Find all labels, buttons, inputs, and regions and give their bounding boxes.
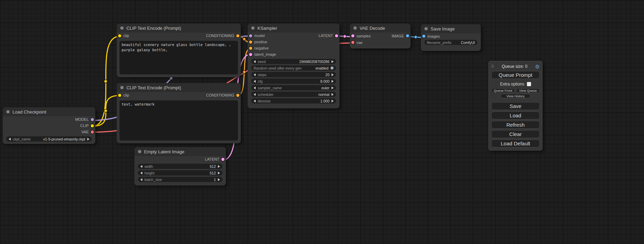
toggle-dot-icon[interactable] [330, 66, 334, 70]
increment-arrow-icon[interactable] [218, 178, 220, 181]
collapse-dot-icon[interactable] [138, 150, 141, 153]
refresh-button[interactable]: Refresh [491, 121, 540, 129]
decrement-arrow-icon[interactable] [140, 172, 142, 174]
output-slot-conditioning[interactable]: CONDITIONING [206, 34, 239, 38]
collapse-dot-icon[interactable] [251, 26, 255, 30]
queue-front-button[interactable]: Queue Front [491, 88, 515, 93]
clip-input-dot[interactable] [118, 34, 121, 37]
decrement-arrow-icon[interactable] [9, 138, 11, 141]
clip-input-dot[interactable] [118, 94, 121, 97]
queue-prompt-button[interactable]: Queue Prompt [491, 71, 540, 79]
conditioning-output-dot[interactable] [236, 94, 239, 97]
collapse-dot-icon[interactable] [424, 27, 428, 30]
node-title-bar[interactable]: Save Image [421, 24, 481, 33]
output-slot-latent[interactable]: LATENT [319, 34, 338, 38]
output-slot-latent[interactable]: LATENT [205, 157, 224, 161]
node-title-bar[interactable]: Empty Latent Image [134, 147, 226, 156]
collapse-dot-icon[interactable] [353, 26, 357, 30]
denoise-widget[interactable]: denoise 1.000 [251, 98, 336, 103]
increment-arrow-icon[interactable] [332, 87, 334, 89]
save-button[interactable]: Save [491, 102, 540, 110]
node-save-image[interactable]: Save Image images filename_prefix ComfyU… [421, 24, 481, 51]
conditioning-output-dot[interactable] [236, 34, 239, 37]
load-default-button[interactable]: Load Default [491, 139, 540, 147]
increment-arrow-icon[interactable] [332, 93, 334, 96]
decrement-arrow-icon[interactable] [140, 178, 142, 181]
output-slot-vae[interactable]: VAE [81, 130, 94, 134]
decrement-arrow-icon[interactable] [254, 93, 256, 96]
clear-button[interactable]: Clear [491, 130, 540, 138]
seed-widget[interactable]: seed 156680208700286 [251, 59, 336, 64]
decrement-arrow-icon[interactable] [254, 60, 256, 63]
decrement-arrow-icon[interactable] [254, 100, 256, 102]
input-slot-clip[interactable]: clip [118, 93, 129, 97]
steps-widget[interactable]: steps 20 [251, 72, 336, 77]
images-input-dot[interactable] [422, 35, 425, 38]
increment-arrow-icon[interactable] [87, 138, 89, 141]
output-slot-model[interactable]: MODEL [75, 117, 94, 121]
prompt-text-area[interactable]: beautiful scenery nature glass bottle la… [120, 41, 238, 74]
model-input-dot[interactable] [249, 34, 252, 37]
input-slot-latent-image[interactable]: latent_image [249, 52, 276, 56]
input-slot-vae[interactable]: vae [351, 40, 363, 45]
ckpt-name-widget[interactable]: ckpt_name v1-5-pruned-emaonly.ckpt [6, 136, 92, 142]
settings-gear-icon[interactable]: ⚙ [535, 64, 540, 69]
collapse-dot-icon[interactable] [6, 110, 10, 114]
increment-arrow-icon[interactable] [332, 73, 334, 76]
increment-arrow-icon[interactable] [332, 80, 334, 83]
graph-canvas[interactable]: Load Checkpoint MODEL CLIP VAE ckpt_name… [0, 0, 644, 244]
output-slot-clip[interactable]: CLIP [80, 124, 94, 128]
input-slot-images[interactable]: images [422, 34, 440, 38]
node-title-bar[interactable]: VAE Decode [350, 24, 411, 33]
load-button[interactable]: Load [491, 111, 540, 119]
latent-output-dot[interactable] [221, 158, 224, 161]
drag-handle-icon[interactable]: ⠿ [491, 64, 494, 69]
height-widget[interactable]: height 512 [138, 170, 222, 175]
latent-output-dot[interactable] [335, 34, 338, 37]
node-empty-latent-image[interactable]: Empty Latent Image LATENT width 512 heig… [134, 147, 226, 186]
node-title-bar[interactable]: Load Checkpoint [3, 107, 95, 116]
increment-arrow-icon[interactable] [218, 172, 220, 174]
node-title-bar[interactable]: CLIP Text Encode (Prompt) [117, 83, 241, 92]
vae-input-dot[interactable] [351, 41, 354, 44]
scheduler-widget[interactable]: scheduler normal [251, 92, 336, 97]
input-slot-negative[interactable]: negative [249, 46, 269, 50]
output-slot-conditioning[interactable]: CONDITIONING [206, 93, 239, 97]
node-ksampler[interactable]: KSampler model LATENT positive negative [248, 24, 339, 108]
output-slot-image[interactable]: IMAGE [392, 34, 409, 38]
filename-prefix-widget[interactable]: filename_prefix ComfyUI [424, 40, 477, 45]
prompt-text-area[interactable]: text, watermark [120, 100, 238, 141]
vae-output-dot[interactable] [91, 130, 94, 134]
positive-input-dot[interactable] [249, 40, 252, 44]
collapse-dot-icon[interactable] [120, 26, 124, 30]
image-output-dot[interactable] [406, 34, 409, 37]
batch-size-widget[interactable]: batch_size 1 [138, 177, 222, 182]
decrement-arrow-icon[interactable] [254, 80, 256, 83]
decrement-arrow-icon[interactable] [140, 165, 142, 168]
node-clip-text-encode-negative[interactable]: CLIP Text Encode (Prompt) clip CONDITION… [117, 83, 241, 143]
increment-arrow-icon[interactable] [218, 165, 220, 168]
random-seed-toggle-widget[interactable]: Random seed after every gen enabled [251, 65, 336, 71]
width-widget[interactable]: width 512 [138, 164, 222, 169]
node-clip-text-encode-positive[interactable]: CLIP Text Encode (Prompt) clip CONDITION… [117, 24, 241, 77]
input-slot-samples[interactable]: samples [351, 34, 371, 38]
view-queue-button[interactable]: View Queue [516, 88, 540, 93]
negative-input-dot[interactable] [249, 47, 252, 50]
clip-output-dot[interactable] [91, 124, 94, 127]
input-slot-clip[interactable]: clip [118, 34, 129, 38]
node-title-bar[interactable]: KSampler [248, 24, 339, 33]
node-load-checkpoint[interactable]: Load Checkpoint MODEL CLIP VAE ckpt_name… [3, 107, 95, 144]
model-output-dot[interactable] [91, 118, 94, 121]
cfg-widget[interactable]: cfg 8.000 [251, 79, 336, 84]
view-history-button[interactable]: View History [501, 94, 531, 98]
increment-arrow-icon[interactable] [332, 60, 334, 63]
node-title-bar[interactable]: CLIP Text Encode (Prompt) [117, 24, 241, 33]
increment-arrow-icon[interactable] [332, 100, 334, 102]
decrement-arrow-icon[interactable] [254, 73, 256, 76]
extra-options-checkbox[interactable] [527, 82, 531, 86]
input-slot-model[interactable]: model [249, 34, 265, 38]
decrement-arrow-icon[interactable] [254, 87, 256, 89]
node-vae-decode[interactable]: VAE Decode samples IMAGE vae [350, 24, 411, 48]
sampler-name-widget[interactable]: sampler_name euler [251, 85, 336, 90]
latent-image-input-dot[interactable] [249, 53, 252, 56]
